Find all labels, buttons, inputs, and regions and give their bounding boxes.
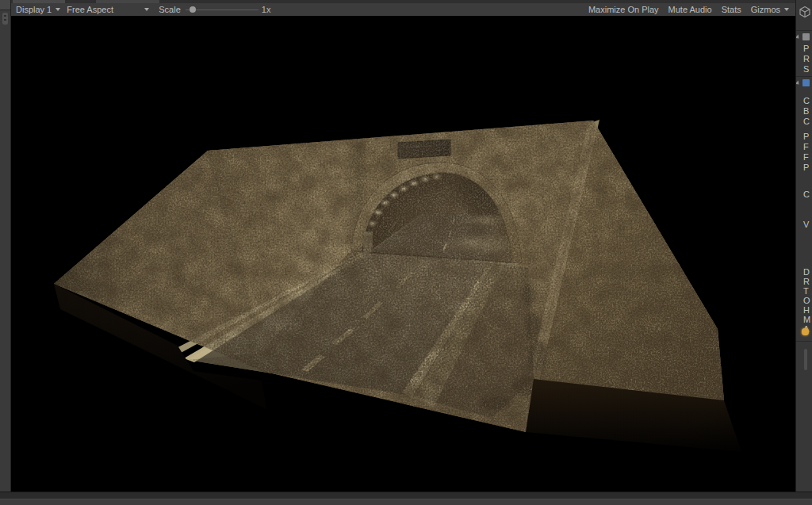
stats-label: Stats [722, 5, 741, 14]
inspector-truncated-label: V [803, 220, 809, 229]
scale-slider-knob[interactable] [190, 6, 196, 13]
foldout-icon [795, 34, 801, 40]
chevron-down-icon [784, 8, 789, 11]
aspect-dropdown[interactable]: Free Aspect [63, 3, 152, 16]
flare-component-icon [802, 328, 809, 335]
gizmos-label: Gizmos [751, 5, 780, 14]
component-header-camera[interactable] [796, 79, 812, 87]
inspector-truncated-label: F [803, 143, 809, 151]
inspector-truncated-label: T [803, 287, 809, 296]
scale-slider-track [186, 10, 259, 10]
stats-button[interactable]: Stats [717, 3, 746, 16]
scale-value: 1x [262, 5, 271, 14]
maximize-on-play-label: Maximize On Play [588, 5, 659, 14]
inspector-scrollbar[interactable] [804, 349, 807, 370]
component-header-transform[interactable] [796, 33, 812, 41]
inspector-truncated-label: B [803, 107, 809, 116]
left-panel-sliver [0, 0, 11, 492]
chevron-down-icon [144, 8, 149, 11]
left-scroll-handle[interactable] [2, 13, 8, 25]
inspector-truncated-label: S [803, 65, 809, 74]
game-panel: Display 1 Free Aspect Scale 1x Maximize … [11, 0, 795, 492]
vignette [11, 16, 795, 492]
inspector-truncated-label: C [803, 97, 810, 105]
scale-label: Scale [159, 5, 181, 14]
inspector-truncated-label: F [803, 153, 809, 162]
scale-slider[interactable] [186, 3, 259, 16]
inspector-truncated-label: D [803, 268, 810, 277]
mute-audio-button[interactable]: Mute Audio [664, 3, 717, 16]
unity-game-view-window: Display 1 Free Aspect Scale 1x Maximize … [0, 0, 812, 505]
toolbar-right-group: Maximize On Play Mute Audio Stats Gizmos [584, 3, 795, 16]
inspector-edge: PRSCBCPFFPCVDRTOHMA [795, 0, 812, 492]
camera-component-icon [802, 79, 810, 86]
inspector-truncated-label: P [803, 132, 809, 141]
game-viewport[interactable] [11, 16, 795, 492]
left-tab-fragment [0, 0, 10, 10]
inspector-truncated-label: M [803, 316, 810, 324]
display-dropdown-label: Display 1 [16, 5, 52, 14]
inspector-truncated-label: C [803, 117, 810, 126]
diorama [11, 16, 795, 492]
inspector-truncated-label: P [803, 163, 809, 172]
inspector-truncated-label: C [803, 190, 810, 199]
inspector-truncated-label: R [803, 55, 810, 63]
inspector-truncated-label: R [803, 277, 810, 286]
chevron-down-icon [56, 8, 60, 11]
aspect-dropdown-label: Free Aspect [67, 5, 113, 14]
cube-icon [799, 6, 811, 18]
transform-icon [802, 33, 810, 40]
tunnel-scene-render [11, 16, 795, 492]
display-dropdown[interactable]: Display 1 [13, 3, 63, 16]
scale-control: Scale 1x [159, 3, 270, 16]
game-toolbar: Display 1 Free Aspect Scale 1x Maximize … [11, 3, 795, 17]
lower-panel-edge [0, 499, 812, 505]
gizmos-dropdown[interactable]: Gizmos [746, 3, 794, 16]
mute-audio-label: Mute Audio [668, 5, 712, 14]
inspector-truncated-label: O [803, 296, 810, 305]
foldout-icon [795, 80, 801, 86]
inspector-truncated-label: H [803, 306, 810, 315]
maximize-on-play-button[interactable]: Maximize On Play [584, 3, 664, 16]
inspector-truncated-label: P [803, 44, 809, 53]
